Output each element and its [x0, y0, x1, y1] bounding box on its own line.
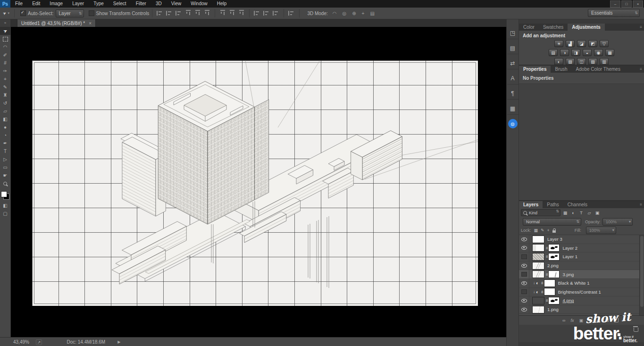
auto-select-checkbox[interactable]	[20, 10, 26, 16]
visibility-toggle[interactable]	[519, 235, 529, 244]
character-panel-icon[interactable]: A	[507, 73, 519, 84]
layer-mask-thumbnail[interactable]	[544, 279, 555, 287]
selective-color-icon[interactable]: ▨	[588, 58, 597, 65]
minimize-button[interactable]: –	[610, 0, 620, 8]
visibility-toggle[interactable]	[519, 288, 529, 296]
menu-type[interactable]: Type	[89, 0, 109, 8]
gradient-map-icon[interactable]: ▥	[600, 58, 609, 65]
new-adjustment-layer-icon[interactable]: ◐	[588, 318, 591, 323]
channel-mixer-icon[interactable]: ◉	[594, 49, 603, 56]
delete-layer-icon[interactable]	[614, 318, 619, 322]
panel-menu-icon[interactable]: ≡	[640, 67, 642, 71]
delete-layer-icon[interactable]	[634, 328, 638, 332]
zoom-level-field[interactable]: 43,49%	[13, 339, 29, 345]
add-layer-mask-icon[interactable]: ▣	[579, 318, 583, 323]
blur-tool[interactable]: ●	[0, 123, 10, 131]
hand-tool[interactable]: ☛	[0, 171, 10, 179]
status-menu-arrow-icon[interactable]: ▶	[117, 340, 120, 344]
tab-paths[interactable]: Paths	[543, 201, 563, 208]
vibrance-icon[interactable]: ▽	[600, 40, 609, 47]
canvas-pasteboard[interactable]	[10, 27, 506, 337]
layer-mask-thumbnail[interactable]	[548, 253, 560, 261]
layer-mask-thumbnail[interactable]	[544, 288, 555, 295]
menu-3d[interactable]: 3D	[151, 0, 167, 8]
adjust-sliders-panel-icon[interactable]: ⇄	[507, 58, 519, 69]
lock-transparency-icon[interactable]: ▦	[534, 228, 538, 233]
3d-scale-icon[interactable]: ▤	[370, 11, 374, 16]
lasso-tool[interactable]: ◠	[0, 43, 10, 51]
history-panel-icon[interactable]: ◳	[507, 27, 519, 39]
panel-menu-icon[interactable]: ≡	[640, 25, 642, 29]
color-lookup-icon[interactable]: ▦	[605, 49, 614, 56]
lock-all-icon[interactable]	[552, 230, 556, 233]
layer-thumbnail[interactable]	[532, 236, 544, 243]
libraries-panel-icon[interactable]: ◍	[507, 118, 519, 129]
layer-thumbnail[interactable]	[532, 253, 544, 261]
menu-select[interactable]: Select	[109, 0, 131, 8]
layers-scrollbar[interactable]	[639, 235, 644, 315]
layer-name[interactable]: Brightness/Contrast 1	[558, 289, 601, 295]
screen-mode-button[interactable]: ▢	[0, 210, 10, 218]
tab-swatches[interactable]: Swatches	[539, 24, 568, 31]
layer-thumbnail[interactable]	[532, 306, 544, 313]
layer-row[interactable]: 2.png	[519, 262, 644, 270]
black-white-icon[interactable]: ◨	[571, 49, 580, 56]
mask-link-icon[interactable]: 8	[546, 254, 548, 259]
tab-color[interactable]: Color	[519, 24, 539, 31]
workspace-dropdown[interactable]: Essentials ⇅	[588, 9, 640, 17]
layer-name[interactable]: Layer 3	[547, 236, 562, 242]
layer-row[interactable]: 8 3.png	[519, 270, 644, 279]
layer-row[interactable]: 8 Layer 1	[519, 253, 644, 262]
layer-thumbnail[interactable]	[532, 270, 544, 278]
gradient-tool[interactable]: ◧	[0, 115, 10, 123]
export-status-icon[interactable]: ↗	[36, 339, 42, 345]
show-transform-controls-checkbox[interactable]	[89, 10, 94, 16]
tab-layers[interactable]: Layers	[519, 201, 543, 208]
brightness-contrast-icon[interactable]: ☀	[554, 40, 563, 47]
menu-window[interactable]: Window	[186, 0, 212, 8]
tab-brush[interactable]: Brush	[551, 66, 571, 73]
pixel-layer-filter-icon[interactable]: ▦	[562, 211, 569, 215]
crop-tool[interactable]: #	[0, 59, 10, 67]
tab-properties[interactable]: Properties	[519, 66, 551, 73]
mask-link-icon[interactable]: 8	[546, 298, 548, 303]
layer-row[interactable]: 1.png	[519, 305, 644, 314]
align-bottom-edges-icon[interactable]	[205, 10, 209, 17]
menu-layer[interactable]: Layer	[67, 0, 89, 8]
lock-position-icon[interactable]: +	[547, 228, 550, 233]
new-group-icon[interactable]: ▭	[596, 318, 600, 323]
tab-adobe-color-themes[interactable]: Adobe Color Themes	[572, 66, 625, 73]
layer-name[interactable]: 1.png	[547, 307, 559, 312]
visibility-toggle[interactable]	[519, 279, 529, 287]
layer-thumbnail[interactable]	[532, 262, 544, 270]
opacity-value-dropdown[interactable]: 100% ▾	[602, 218, 633, 226]
3d-pan-icon[interactable]: ⊕	[352, 11, 356, 16]
fill-value-dropdown[interactable]: 100% ▾	[586, 227, 616, 234]
document-tab[interactable]: Untitled1 @ 43,5% (RGB/8#) * ×	[17, 19, 96, 27]
photo-filter-icon[interactable]: ◒	[583, 49, 592, 56]
close-button[interactable]: ×	[633, 0, 643, 8]
link-layers-icon[interactable]: ∞	[562, 318, 565, 323]
visibility-toggle[interactable]	[519, 253, 529, 261]
menu-help[interactable]: Help	[212, 0, 232, 8]
align-right-edges-icon[interactable]	[176, 11, 182, 16]
paragraph-panel-icon[interactable]: ¶	[507, 88, 519, 100]
layer-name[interactable]: Layer 1	[562, 254, 577, 259]
layer-mask-thumbnail[interactable]	[548, 244, 560, 252]
distribute-horizontal-centers-icon[interactable]	[263, 11, 270, 16]
hue-saturation-icon[interactable]: ▤	[549, 49, 558, 56]
layer-row[interactable]: 8 4.png	[519, 296, 644, 305]
distribute-left-edges-icon[interactable]	[254, 11, 260, 16]
3d-rotate-icon[interactable]: ◠	[333, 11, 337, 16]
color-wells[interactable]	[1, 191, 9, 200]
align-vertical-centers-icon[interactable]	[195, 10, 200, 17]
3d-roll-icon[interactable]: ◎	[342, 11, 346, 16]
path-selection-tool[interactable]: ▷	[0, 155, 10, 163]
move-tool[interactable]: ➤	[0, 27, 10, 35]
align-horizontal-centers-icon[interactable]	[166, 11, 173, 16]
new-layer-icon[interactable]: ⊞	[605, 318, 609, 323]
threshold-icon[interactable]: ◫	[577, 58, 586, 65]
zoom-tool[interactable]	[0, 179, 10, 187]
panel-menu-icon[interactable]: ≡	[640, 203, 642, 207]
eyedropper-tool[interactable]: ✑	[0, 67, 10, 75]
